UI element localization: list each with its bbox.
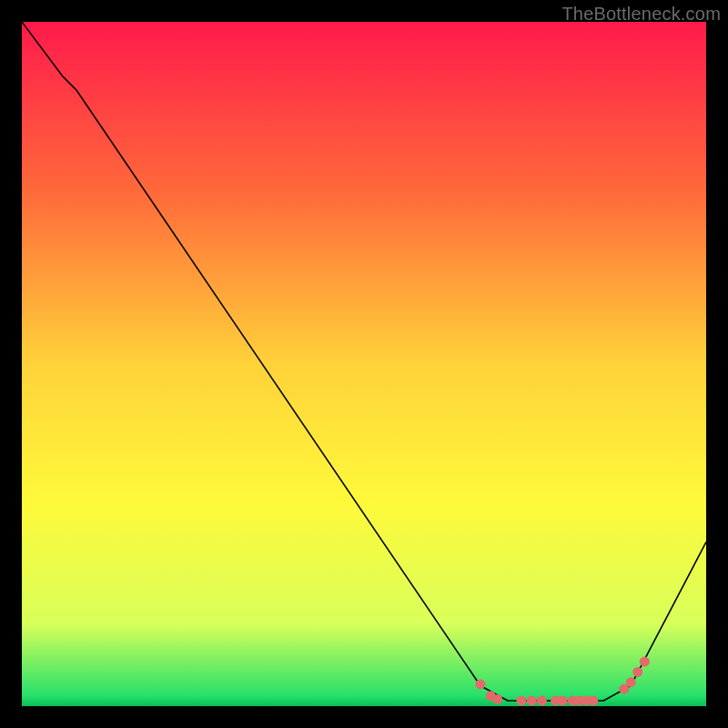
curve-marker bbox=[492, 694, 502, 704]
curve-marker bbox=[640, 657, 650, 667]
curve-marker bbox=[475, 679, 485, 689]
curve-marker bbox=[516, 695, 526, 705]
curve-marker bbox=[537, 695, 547, 705]
curve-marker bbox=[588, 695, 598, 705]
curve-marker bbox=[632, 667, 642, 677]
curve-marker bbox=[558, 695, 568, 705]
watermark-label: TheBottleneck.com bbox=[561, 4, 721, 25]
bottleneck-chart bbox=[22, 22, 706, 706]
gradient-bg bbox=[22, 22, 706, 706]
curve-marker bbox=[626, 677, 636, 687]
curve-marker bbox=[527, 695, 537, 705]
